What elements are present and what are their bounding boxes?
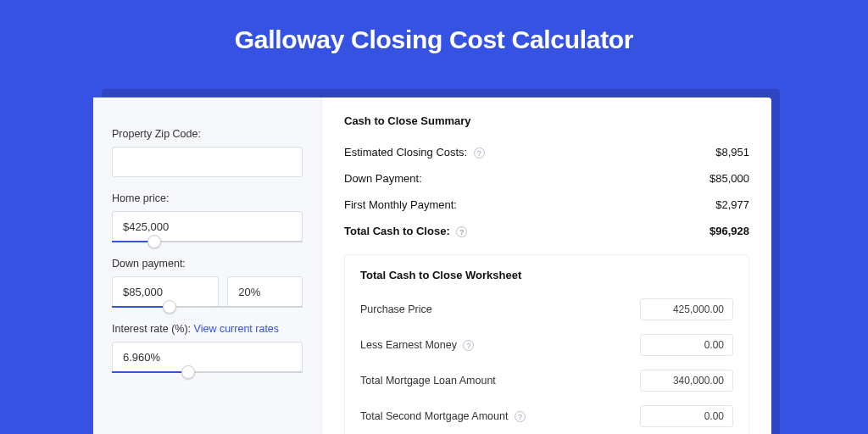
worksheet-row-value[interactable] xyxy=(640,334,733,356)
help-icon[interactable]: ? xyxy=(515,411,526,422)
calculator-card: Property Zip Code: Home price: Down paym… xyxy=(93,97,771,434)
worksheet-row: Total Second Mortgage Amount ? xyxy=(360,398,733,434)
summary-row-value: $2,977 xyxy=(715,198,749,211)
worksheet-row: Purchase Price xyxy=(360,292,733,327)
down-payment-label: Down payment: xyxy=(112,258,303,270)
down-payment-pct-input[interactable] xyxy=(227,276,303,307)
worksheet-panel: Total Cash to Close Worksheet Purchase P… xyxy=(344,254,749,434)
down-payment-slider-thumb[interactable] xyxy=(163,300,176,314)
worksheet-row-label: Less Earnest Money xyxy=(360,339,457,351)
inputs-pane: Property Zip Code: Home price: Down paym… xyxy=(93,97,322,434)
view-rates-link[interactable]: View current rates xyxy=(194,323,280,335)
worksheet-heading: Total Cash to Close Worksheet xyxy=(360,269,733,281)
summary-row-value: $85,000 xyxy=(709,172,749,185)
summary-row: Down Payment: $85,000 xyxy=(344,165,749,192)
summary-row-value: $8,951 xyxy=(715,146,749,159)
interest-label-text: Interest rate (%): xyxy=(112,323,194,335)
worksheet-row-label: Total Mortgage Loan Amount xyxy=(360,375,496,387)
summary-heading: Cash to Close Summary xyxy=(344,114,749,127)
worksheet-row: Total Mortgage Loan Amount xyxy=(360,363,733,398)
zip-input[interactable] xyxy=(112,147,303,177)
worksheet-row-value[interactable] xyxy=(640,298,733,320)
interest-slider[interactable] xyxy=(112,371,303,373)
summary-total-label: Total Cash to Close: xyxy=(344,225,450,237)
summary-row: Estimated Closing Costs: ? $8,951 xyxy=(344,139,749,165)
down-payment-slider-fill xyxy=(112,306,170,308)
help-icon[interactable]: ? xyxy=(456,226,467,237)
zip-label: Property Zip Code: xyxy=(112,128,303,140)
home-price-input[interactable] xyxy=(112,211,303,242)
summary-row-label: First Monthly Payment: xyxy=(344,198,457,211)
worksheet-row-value[interactable] xyxy=(640,370,733,392)
summary-row-label: Down Payment: xyxy=(344,172,422,185)
summary-total-value: $96,928 xyxy=(709,225,749,237)
worksheet-row-value[interactable] xyxy=(640,405,733,427)
worksheet-row: Less Earnest Money ? xyxy=(360,327,733,363)
home-price-field-group: Home price: xyxy=(112,192,303,242)
home-price-slider[interactable] xyxy=(112,241,303,242)
summary-row: First Monthly Payment: $2,977 xyxy=(344,192,749,218)
home-price-label: Home price: xyxy=(112,192,303,204)
zip-field-group: Property Zip Code: xyxy=(112,128,303,177)
summary-row-label: Estimated Closing Costs: xyxy=(344,146,467,159)
interest-slider-fill xyxy=(112,371,188,373)
interest-field-group: Interest rate (%): View current rates xyxy=(112,323,303,373)
summary-total-row: Total Cash to Close: ? $96,928 xyxy=(344,218,749,244)
interest-label: Interest rate (%): View current rates xyxy=(112,323,303,335)
worksheet-row-label: Purchase Price xyxy=(360,303,432,315)
results-pane: Cash to Close Summary Estimated Closing … xyxy=(322,97,771,434)
home-price-slider-thumb[interactable] xyxy=(147,235,161,248)
help-icon[interactable]: ? xyxy=(463,340,474,351)
down-payment-slider[interactable] xyxy=(112,306,303,308)
down-payment-field-group: Down payment: xyxy=(112,258,303,308)
worksheet-row-label: Total Second Mortgage Amount xyxy=(360,410,508,422)
page-title: Galloway Closing Cost Calculator xyxy=(0,0,868,54)
interest-input[interactable] xyxy=(112,342,303,372)
interest-slider-thumb[interactable] xyxy=(181,365,195,379)
help-icon[interactable]: ? xyxy=(474,147,485,159)
